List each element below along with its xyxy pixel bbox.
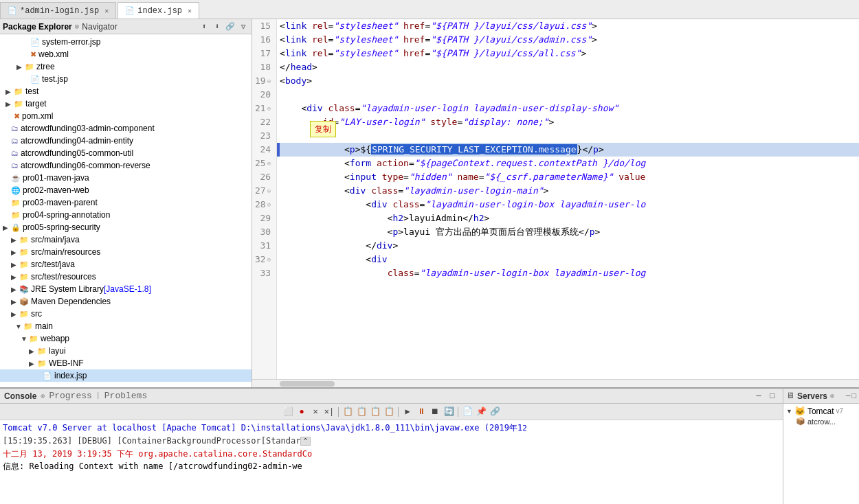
tree-item-atcrowdfunding03[interactable]: 🗂 atcrowdfunding03-admin-component: [0, 122, 252, 135]
fold-icon[interactable]: ⊖: [267, 198, 271, 211]
minimize-icon[interactable]: ─: [752, 390, 765, 402]
scroll-lock-icon[interactable]: 📋: [369, 406, 381, 418]
code-text: <form action="${pageContext.request.cont…: [280, 157, 645, 170]
sync-icon[interactable]: ⬆: [199, 21, 210, 32]
tree-item-main[interactable]: ▼ 📁 main: [0, 320, 252, 332]
link-console-icon[interactable]: 🔗: [489, 406, 501, 418]
tree-item-pro04[interactable]: 📁 pro04-spring-annotation: [0, 209, 252, 221]
tree-label: test: [25, 87, 38, 96]
tree-item-webxml[interactable]: ✖ web.xml: [0, 48, 252, 60]
tree-item-ztree[interactable]: ▶ 📁 ztree: [0, 60, 252, 73]
suspend-icon[interactable]: ⏸: [415, 406, 427, 418]
progress-icon: |: [96, 392, 100, 400]
code-content[interactable]: <link rel="stylesheet" href="${PATH }/la…: [277, 19, 859, 379]
tree-item-target[interactable]: ▶ 📁 target: [0, 98, 252, 110]
console-tab[interactable]: Console: [4, 391, 36, 401]
src-icon: 📁: [19, 310, 29, 319]
tree-item-webinf[interactable]: ▶ 📁 WEB-INF: [0, 357, 252, 369]
fold-icon[interactable]: ⊖: [267, 102, 271, 115]
line-num-15: 15: [255, 19, 271, 33]
maximize-icon[interactable]: □: [766, 390, 779, 402]
sidebar-header: Package Explorer ⊗ Navigator ⬆ ⬇ 🔗 ▽: [0, 19, 252, 34]
link-icon[interactable]: 🔗: [225, 21, 236, 32]
tree-item-pro02[interactable]: 🌐 pro02-maven-web: [0, 184, 252, 196]
tree-item-maven-deps[interactable]: ▶ 📦 Maven Dependencies: [0, 295, 252, 308]
console-toolbar: ⬜ ● ✕ ✕| 📋 📋 📋 📋 ▶ ⏸ ⏹ 🔄 📄 📌 🔗: [0, 404, 783, 420]
tree-item-atcrowdfunding05[interactable]: 🗂 atcrowdfunding05-common-util: [0, 147, 252, 159]
progress-tab[interactable]: Progress: [49, 391, 91, 401]
tree-item-src-test-resources[interactable]: ▶ 📁 src/test/resources: [0, 271, 252, 283]
tab-admin-login-close[interactable]: ✕: [104, 7, 109, 15]
code-text: <h2>layuiAdmin</h2>: [280, 211, 489, 225]
tree-item-pro03[interactable]: 📁 pro03-maven-parent: [0, 196, 252, 209]
scrollbar-thumb[interactable]: [280, 381, 335, 387]
tree-item-system-error[interactable]: 📄 system-error.jsp: [0, 36, 252, 48]
run-icon[interactable]: ▶: [401, 406, 414, 418]
servers-maximize-icon[interactable]: □: [851, 392, 856, 400]
fold-icon[interactable]: ⊖: [267, 74, 271, 88]
tree-item-src[interactable]: ▶ 📁 src: [0, 308, 252, 320]
tree-item-atcrowdfunding04[interactable]: 🗂 atcrowdfunding04-admin-entity: [0, 135, 252, 147]
servers-header-icons: ─ □: [846, 392, 856, 400]
tree-item-jre[interactable]: ▶ 📚 JRE System Library [JavaSE-1.8]: [0, 283, 252, 295]
menu-icon[interactable]: ▽: [238, 21, 249, 32]
package-explorer-tab[interactable]: Package Explorer: [3, 22, 72, 32]
line-numbers: 15 16 17 18 19⊖ 20 21⊖ 22 23 24 25⊖ 26 2…: [252, 19, 277, 379]
navigator-tab[interactable]: Navigator: [82, 22, 117, 32]
expand-btn[interactable]: ^: [300, 437, 310, 446]
servers-minimize-icon[interactable]: ─: [846, 392, 851, 400]
tree-label: Maven Dependencies: [31, 297, 111, 306]
tree-item-src-test-java[interactable]: ▶ 📁 src/test/java: [0, 258, 252, 271]
collapse-icon[interactable]: ⬇: [212, 21, 223, 32]
tree-item-pomxml[interactable]: ✖ pom.xml: [0, 110, 252, 122]
servers-panel-icon: 🖥: [786, 391, 794, 401]
console-server-line: Tomcat v7.0 Server at localhost [Apache …: [3, 422, 780, 435]
tree-item-pro01[interactable]: ☕ pro01-maven-java: [0, 172, 252, 184]
tomcat-child-item[interactable]: 📦 atcrow...: [785, 417, 858, 426]
tree-item-webapp[interactable]: ▼ 📁 webapp: [0, 332, 252, 345]
tomcat-server-item[interactable]: ▼ 🐱 Tomcat v7: [785, 405, 858, 417]
tab-admin-login[interactable]: 📄 *admin-login.jsp ✕: [0, 2, 116, 19]
tree-item-indexjsp[interactable]: 📄 index.jsp: [0, 369, 252, 382]
horizontal-scrollbar[interactable]: [252, 379, 859, 387]
tree-label: src/main/resources: [31, 247, 100, 257]
fold-icon[interactable]: ⊖: [267, 253, 271, 266]
copy-icon[interactable]: 📋: [342, 406, 354, 418]
fold-icon[interactable]: ⊖: [267, 157, 271, 170]
xml-icon: ✖: [14, 112, 20, 121]
tree-item-test[interactable]: ▶ 📁 test: [0, 85, 252, 98]
resume-icon[interactable]: ⏹: [429, 406, 441, 418]
line-marker: [277, 143, 280, 157]
console-header: Console ⊗ Progress | Problems ─ □: [0, 389, 783, 404]
tree-label: WEB-INF: [49, 358, 84, 368]
servers-tab[interactable]: Servers: [797, 391, 827, 401]
open-file-icon[interactable]: 📄: [461, 406, 473, 418]
problems-tab[interactable]: Problems: [104, 391, 147, 401]
clear-console-icon[interactable]: ⬜: [282, 406, 294, 418]
code-text: <p>${SPRING_SECURITY_LAST_EXCEPTION.mess…: [280, 143, 604, 157]
console-x-icon[interactable]: ⊗: [41, 392, 45, 400]
tree-label: src/test/java: [31, 260, 75, 269]
tree-item-layui[interactable]: ▶ 📁 layui: [0, 345, 252, 357]
tree-item-src-main-resources[interactable]: ▶ 📁 src/main/resources: [0, 246, 252, 258]
paste-icon[interactable]: 📋: [355, 406, 368, 418]
code-editor[interactable]: 15 16 17 18 19⊖ 20 21⊖ 22 23 24 25⊖ 26 2…: [252, 19, 859, 387]
tab-index[interactable]: 📄 index.jsp ✕: [118, 2, 199, 19]
stop-all-icon[interactable]: ✕|: [323, 406, 335, 418]
tree-item-pro05[interactable]: ▶ 🔒 pro05-spring-security: [0, 221, 252, 233]
servers-x-icon[interactable]: ⊗: [830, 392, 834, 400]
tree-item-src-main-java[interactable]: ▶ 📁 src/main/java: [0, 233, 252, 246]
tab-index-label: index.jsp: [137, 6, 182, 16]
tree-item-testjsp[interactable]: 📄 test.jsp: [0, 73, 252, 85]
fold-icon[interactable]: ⊖: [267, 184, 271, 198]
tab-index-close[interactable]: ✕: [188, 7, 192, 15]
stop-icon[interactable]: ✕: [309, 406, 322, 418]
tree-label: ztree: [36, 62, 55, 71]
terminate-red-icon[interactable]: ●: [295, 406, 308, 418]
pin-icon[interactable]: 📌: [475, 406, 487, 418]
server-expand-arrow[interactable]: ▼: [786, 408, 792, 415]
scroll-end-icon[interactable]: 📋: [383, 406, 395, 418]
tree-item-atcrowdfunding06[interactable]: 🗂 atcrowdfunding06-common-reverse: [0, 159, 252, 172]
line-num-23: 23: [255, 129, 271, 143]
refresh-icon[interactable]: 🔄: [443, 406, 455, 418]
